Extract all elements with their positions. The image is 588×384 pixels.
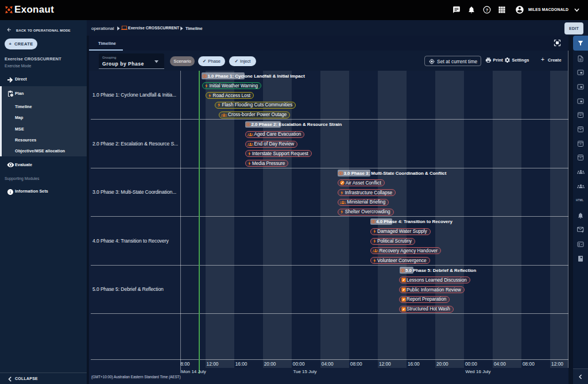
svg-text:?: ?: [486, 7, 489, 13]
